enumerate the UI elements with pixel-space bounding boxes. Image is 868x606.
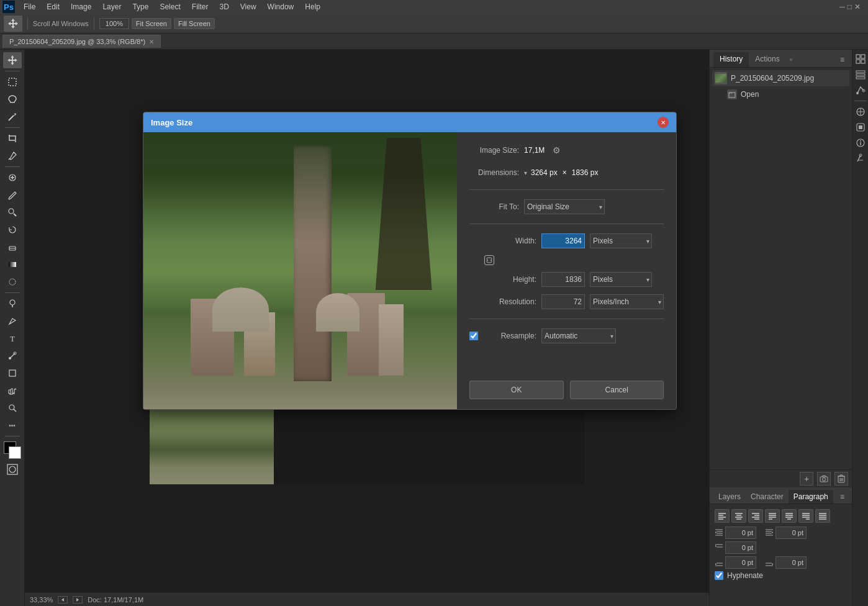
stone-round-1: [212, 287, 269, 332]
tool-path-selection[interactable]: [3, 348, 22, 364]
justify-right-btn[interactable]: [798, 509, 813, 523]
camera-btn[interactable]: [817, 472, 831, 486]
tab-paragraph[interactable]: Paragraph: [789, 490, 833, 504]
menu-layer[interactable]: Layer: [97, 1, 126, 12]
panel-icon-paths[interactable]: [854, 83, 867, 97]
fit-to-select[interactable]: Original Size View Custom...: [524, 199, 605, 214]
move-tool-icon[interactable]: [4, 16, 22, 32]
background-color[interactable]: [9, 446, 21, 459]
bottom-panel-menu-btn[interactable]: ≡: [836, 491, 848, 502]
dialog-close-btn[interactable]: ✕: [658, 117, 669, 128]
close-btn[interactable]: ✕: [854, 2, 861, 11]
panel-expand-icon[interactable]: »: [786, 55, 796, 65]
color-swatch[interactable]: [4, 441, 21, 459]
image-size-gear-btn[interactable]: ⚙: [549, 143, 563, 157]
width-input[interactable]: [541, 233, 585, 248]
document-tab[interactable]: P_20150604_205209.jpg @ 33,3% (RGB/8*) ✕: [2, 35, 161, 48]
tool-zoom[interactable]: [3, 400, 22, 416]
tool-type[interactable]: T: [3, 330, 22, 346]
panel-icon-channels[interactable]: [854, 68, 867, 81]
justify-all-btn[interactable]: [815, 509, 830, 523]
history-open-item[interactable]: Open: [712, 88, 849, 101]
tab-layers[interactable]: Layers: [713, 490, 746, 504]
height-input[interactable]: [541, 272, 585, 287]
menu-window[interactable]: Window: [263, 1, 299, 12]
delete-btn[interactable]: [834, 472, 848, 486]
resample-select[interactable]: Automatic Preserve Details Bicubic Smoot…: [541, 328, 616, 343]
hyphenate-checkbox[interactable]: [715, 571, 723, 580]
tool-mask-mode[interactable]: [6, 463, 19, 478]
tab-character[interactable]: Character: [746, 490, 789, 504]
panel-icon-tool-presets[interactable]: [854, 152, 867, 165]
fill-screen-button[interactable]: Fill Screen: [174, 18, 215, 29]
panel-menu-btn[interactable]: ≡: [836, 54, 848, 65]
space-before-input[interactable]: [725, 541, 756, 554]
tool-history-brush[interactable]: [3, 222, 22, 238]
tool-eyedropper[interactable]: [3, 148, 22, 164]
tool-brush[interactable]: [3, 187, 22, 203]
zoom-input[interactable]: [99, 18, 129, 29]
indent-left-icon: [715, 528, 723, 537]
menu-filter[interactable]: Filter: [187, 1, 214, 12]
fit-screen-button[interactable]: Fit Screen: [132, 18, 171, 29]
nav-right[interactable]: [73, 596, 83, 604]
resample-checkbox[interactable]: [469, 332, 478, 340]
menu-file[interactable]: File: [19, 1, 40, 12]
cancel-button[interactable]: Cancel: [570, 381, 664, 399]
tool-marquee-rect[interactable]: [3, 74, 22, 90]
svg-point-24: [9, 466, 16, 473]
space-after-input[interactable]: [725, 556, 756, 569]
maximize-btn[interactable]: □: [848, 2, 852, 11]
align-left-btn[interactable]: [715, 509, 730, 523]
tab-history[interactable]: History: [713, 52, 749, 67]
tool-more[interactable]: •••: [3, 417, 22, 433]
minimize-btn[interactable]: ─: [839, 2, 845, 11]
tool-lasso[interactable]: [3, 91, 22, 107]
add-layer-btn[interactable]: +: [800, 472, 813, 486]
resolution-input[interactable]: [541, 294, 585, 309]
tool-shape[interactable]: [3, 365, 22, 381]
tool-magic-wand[interactable]: [3, 109, 22, 125]
tool-spot-healing[interactable]: [3, 170, 22, 186]
menu-view[interactable]: View: [235, 1, 261, 12]
tool-gradient[interactable]: [3, 256, 22, 273]
ok-button[interactable]: OK: [469, 381, 564, 399]
indent-right-input[interactable]: [775, 527, 807, 539]
tool-blur[interactable]: [3, 274, 22, 290]
menu-edit[interactable]: Edit: [42, 1, 65, 12]
resolution-unit-select[interactable]: Pixels/Inch Pixels/Centimeter: [590, 294, 664, 309]
tool-pen[interactable]: [3, 313, 22, 329]
justify-left-btn[interactable]: [765, 509, 780, 523]
panel-icon-styles[interactable]: [854, 120, 867, 134]
tab-actions[interactable]: Actions: [749, 52, 785, 67]
tool-eraser[interactable]: [3, 239, 22, 255]
align-center-btn[interactable]: [731, 509, 746, 523]
svg-marker-81: [772, 563, 773, 565]
svg-point-21: [9, 405, 14, 410]
tool-clone-stamp[interactable]: [3, 204, 22, 220]
height-row: Height: Pixels Percent Inches: [469, 271, 664, 287]
menu-help[interactable]: Help: [300, 1, 325, 12]
tool-crop[interactable]: [3, 130, 22, 147]
panel-icon-adjust[interactable]: [854, 105, 867, 119]
menu-3d[interactable]: 3D: [214, 1, 233, 12]
menu-select[interactable]: Select: [155, 1, 185, 12]
menu-type[interactable]: Type: [127, 1, 153, 12]
space-after-right-input[interactable]: [775, 556, 807, 569]
align-right-btn[interactable]: [748, 509, 763, 523]
tool-move[interactable]: [3, 52, 22, 68]
tool-hand[interactable]: [3, 382, 22, 399]
indent-left-input[interactable]: [725, 527, 756, 539]
width-unit-select[interactable]: Pixels Percent Inches: [590, 233, 652, 248]
nav-left[interactable]: [58, 596, 68, 604]
menu-image[interactable]: Image: [66, 1, 96, 12]
height-unit-select[interactable]: Pixels Percent Inches: [590, 272, 652, 287]
svg-text:T: T: [10, 334, 15, 343]
link-constraint-btn[interactable]: [484, 255, 494, 265]
panel-icon-info[interactable]: [854, 136, 867, 150]
panel-icon-1[interactable]: [854, 52, 867, 66]
history-file-item[interactable]: P_20150604_205209.jpg: [712, 70, 849, 86]
tool-dodge[interactable]: [3, 296, 22, 312]
document-close-btn[interactable]: ✕: [149, 38, 154, 45]
justify-center-btn[interactable]: [782, 509, 797, 523]
